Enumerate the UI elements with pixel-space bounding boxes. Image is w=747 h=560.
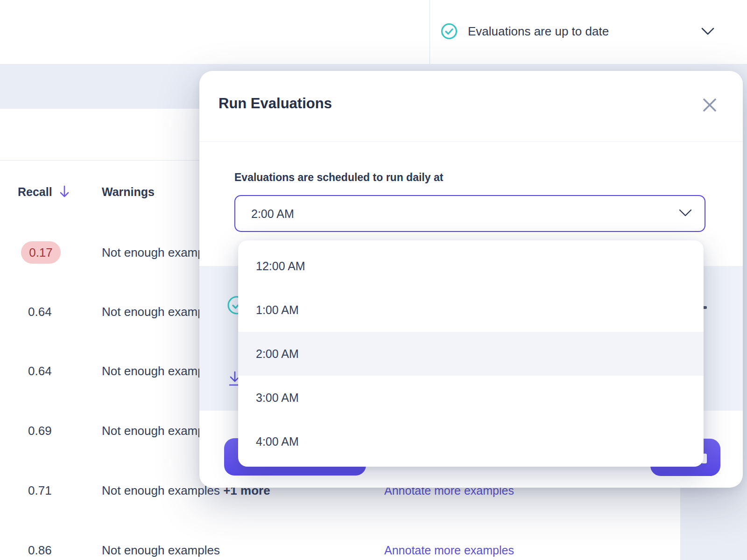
schedule-label: Evaluations are scheduled to run daily a… (234, 171, 443, 184)
close-icon[interactable] (701, 96, 719, 114)
time-option-label: 4:00 AM (256, 435, 299, 448)
warning-text: Not enough examples (102, 543, 220, 558)
chevron-down-icon[interactable] (700, 26, 715, 36)
recall-value: 0.86 (28, 543, 52, 558)
time-option[interactable]: 1:00 AM (238, 288, 704, 332)
time-select-value: 2:00 AM (251, 207, 294, 220)
annotate-link[interactable]: Annotate more examples (384, 544, 514, 557)
check-circle-icon (441, 23, 458, 40)
time-option-label: 12:00 AM (256, 259, 305, 273)
modal-header-divider (199, 141, 743, 142)
table-row: 0.86Not enough examplesAnnotate more exa… (0, 520, 680, 560)
recall-badge: 0.17 (21, 241, 61, 264)
topbar-divider (430, 0, 430, 64)
recall-value: 0.69 (28, 424, 52, 438)
time-option-label: 1:00 AM (256, 303, 299, 317)
time-option[interactable]: 2:00 AM (238, 332, 704, 376)
time-select[interactable]: 2:00 AM (234, 195, 705, 232)
evaluations-status[interactable]: Evaluations are up to date (441, 0, 747, 64)
time-dropdown: 12:00 AM1:00 AM2:00 AM3:00 AM4:00 AM (238, 240, 704, 467)
time-option[interactable]: 3:00 AM (238, 376, 704, 420)
recall-value: 0.71 (28, 483, 52, 498)
page: Evaluations are up to date Recall Warnin… (0, 0, 747, 560)
recall-value: 0.64 (28, 364, 52, 378)
time-option-label: 3:00 AM (256, 391, 299, 405)
time-option-label: 2:00 AM (256, 347, 299, 361)
time-option[interactable]: 4:00 AM (238, 420, 704, 463)
status-text: Evaluations are up to date (468, 24, 609, 39)
column-header-warnings[interactable]: Warnings (102, 185, 155, 199)
column-header-recall[interactable]: Recall (18, 185, 52, 199)
modal-title: Run Evaluations (218, 95, 332, 112)
sort-desc-arrow-icon[interactable] (59, 185, 70, 199)
chevron-down-icon (678, 208, 693, 218)
time-option[interactable]: 12:00 AM (238, 244, 704, 288)
recall-value: 0.64 (28, 305, 52, 319)
